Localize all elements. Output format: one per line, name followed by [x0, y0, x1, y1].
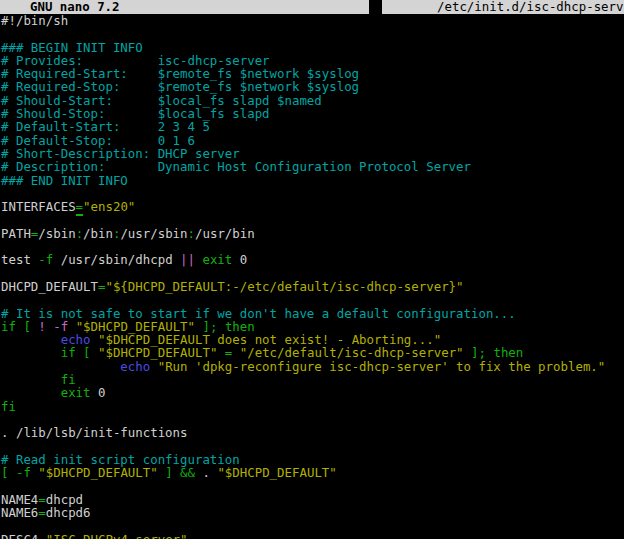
code-line: # Read init script configuration: [1, 453, 624, 466]
code-segment: "Run 'dpkg-reconfigure isc-dhcp-server' …: [158, 359, 606, 374]
code-line: [1, 293, 624, 306]
code-segment: test: [1, 252, 38, 267]
code-line: PATH=/sbin:/bin:/usr/sbin:/usr/bin: [1, 227, 624, 240]
code-line: echo "$DHCPD_DEFAULT does not exist! - A…: [1, 333, 624, 346]
code-line: [1, 479, 624, 492]
code-segment: /usr/sbin: [120, 226, 187, 241]
code-segment: 0: [91, 385, 106, 400]
code-segment: #!/bin/sh: [1, 13, 68, 28]
code-segment: .: [195, 465, 217, 480]
code-segment: INTERFACES: [1, 199, 76, 214]
code-segment: /usr/bin: [195, 226, 255, 241]
code-line: # Short-Description: DHCP server: [1, 147, 624, 160]
code-segment: [8, 465, 15, 480]
filename: /etc/init.d/isc-dhcp-serv: [437, 0, 624, 14]
code-line: # It is not safe to start if we don't ha…: [1, 307, 624, 320]
code-segment: ### END INIT INFO: [1, 173, 128, 188]
code-line: DHCPD_DEFAULT="${DHCPD_DEFAULT:-/etc/def…: [1, 280, 624, 293]
code-line: DESC4="ISC DHCPv4 server": [1, 533, 624, 539]
code-line: ### END INIT INFO: [1, 174, 624, 187]
code-segment: exit: [61, 385, 91, 400]
code-line: # Required-Stop: $remote_fs $network $sy…: [1, 80, 624, 93]
nano-titlebar: GNU nano 7.2 /etc/init.d/isc-dhcp-serv: [0, 0, 624, 14]
code-line: # Default-Stop: 0 1 6: [1, 134, 624, 147]
code-line: [1, 213, 624, 226]
code-segment: dhcpd6: [46, 505, 91, 520]
code-line: #!/bin/sh: [1, 14, 624, 27]
code-line: # Required-Start: $remote_fs $network $s…: [1, 67, 624, 80]
code-line: [1, 267, 624, 280]
code-segment: :: [188, 226, 195, 241]
code-segment: PATH: [1, 226, 31, 241]
code-line: [ -f "$DHCPD_DEFAULT" ] && . "$DHCPD_DEF…: [1, 466, 624, 479]
code-segment: ||: [180, 252, 195, 267]
code-segment: =: [38, 505, 45, 520]
code-area[interactable]: #!/bin/sh### BEGIN INIT INFO# Provides: …: [1, 14, 624, 539]
code-line: if [ "$DHCPD_DEFAULT" = "/etc/default/is…: [1, 346, 624, 359]
code-line: exit 0: [1, 386, 624, 399]
code-segment: [150, 359, 157, 374]
code-segment: "$DHCPD_DEFAULT": [38, 465, 157, 480]
code-segment: =: [38, 532, 45, 539]
code-line: [1, 440, 624, 453]
code-segment: DESC4: [1, 532, 38, 539]
code-line: # Should-Stop: $local_fs slapd: [1, 107, 624, 120]
code-segment: fi: [1, 399, 16, 414]
code-line: . /lib/lsb/init-functions: [1, 426, 624, 439]
code-segment: ]: [165, 465, 172, 480]
code-line: fi: [1, 373, 624, 386]
code-segment: exit: [202, 252, 232, 267]
code-segment: NAME6: [1, 505, 38, 520]
code-line: NAME6=dhcpd6: [1, 506, 624, 519]
titlebar-gap: [369, 0, 382, 14]
code-segment: /bin: [83, 226, 113, 241]
app-title: GNU nano 7.2: [30, 0, 120, 14]
code-segment: -f: [16, 465, 31, 480]
code-segment: "ens20": [83, 199, 135, 214]
code-line: fi: [1, 400, 624, 413]
code-segment: /sbin: [38, 226, 75, 241]
cursor: =: [76, 199, 83, 216]
code-line: test -f /usr/sbin/dhcpd || exit 0: [1, 253, 624, 266]
code-line: # Provides: isc-dhcp-server: [1, 54, 624, 67]
code-segment: 0: [232, 252, 247, 267]
code-line: [1, 519, 624, 532]
code-line: # Should-Start: $local_fs slapd $named: [1, 94, 624, 107]
nano-terminal: GNU nano 7.2 /etc/init.d/isc-dhcp-serv #…: [0, 0, 624, 539]
code-segment: DHCPD_DEFAULT: [1, 279, 98, 294]
code-segment: &&: [180, 465, 195, 480]
code-line: [1, 240, 624, 253]
code-segment: "ISC DHCPv4 server": [46, 532, 188, 539]
code-segment: /usr/sbin/dhcpd: [53, 252, 180, 267]
code-segment: echo: [120, 359, 150, 374]
code-segment: "$DHCPD_DEFAULT": [217, 465, 336, 480]
code-segment: :: [76, 226, 83, 241]
code-line: INTERFACES="ens20": [1, 200, 624, 213]
code-line: [1, 413, 624, 426]
code-line: # Default-Start: 2 3 4 5: [1, 120, 624, 133]
code-line: # Description: Dynamic Host Configuratio…: [1, 160, 624, 173]
code-segment: [173, 465, 180, 480]
code-segment: -f: [38, 252, 53, 267]
code-segment: "${DHCPD_DEFAULT:-/etc/default/isc-dhcp-…: [105, 279, 463, 294]
code-line: echo "Run 'dpkg-reconfigure isc-dhcp-ser…: [1, 360, 624, 373]
code-segment: . /lib/lsb/init-functions: [1, 425, 188, 440]
code-line: ### BEGIN INIT INFO: [1, 41, 624, 54]
code-line: [1, 187, 624, 200]
code-line: [1, 27, 624, 40]
code-line: NAME4=dhcpd: [1, 493, 624, 506]
code-line: if [ ! -f "$DHCPD_DEFAULT" ]; then: [1, 320, 624, 333]
